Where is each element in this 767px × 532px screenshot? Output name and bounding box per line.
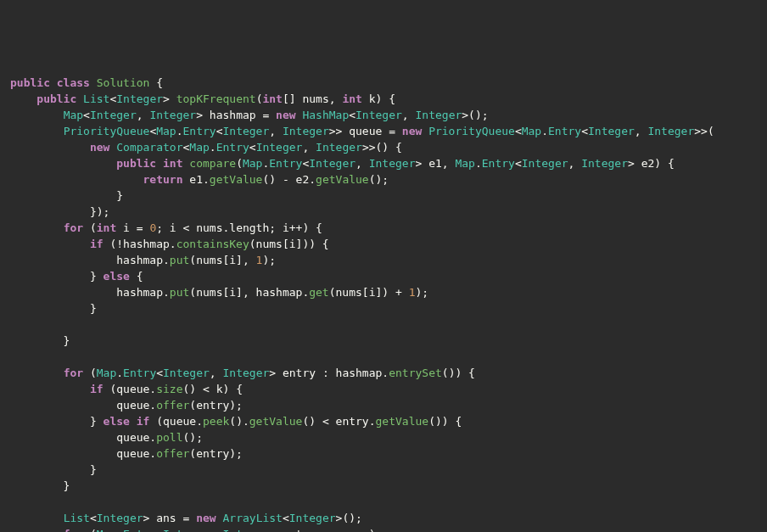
code-token: > hashmap = <box>196 109 276 121</box>
code-token: (queue. <box>149 415 203 428</box>
code-token: } <box>10 463 97 476</box>
code-token: Integer <box>581 157 628 170</box>
code-token: > entry : hashmap. <box>269 367 389 379</box>
code-token: i = <box>116 221 149 234</box>
code-token: (nums[i], <box>189 254 255 266</box>
code-token: > e2) { <box>628 157 675 170</box>
code-token: Map <box>97 528 116 532</box>
code-line: public List<Integer> topKFrequent(int[] … <box>10 91 757 107</box>
code-line: if (!hashmap.containsKey(nums[i])) { <box>10 236 757 252</box>
code-token: } <box>10 270 104 283</box>
code-token: ); <box>262 254 276 266</box>
code-token: for <box>64 528 83 532</box>
code-token: (!hashmap. <box>104 238 176 250</box>
code-token: , <box>356 157 369 170</box>
code-token: List <box>64 512 90 524</box>
code-token: >(); <box>336 512 362 524</box>
code-token <box>10 157 116 170</box>
code-token: (nums[i])) { <box>249 238 329 250</box>
code-token: > ans = <box>143 512 197 524</box>
code-token: compare <box>189 157 236 170</box>
code-token: class <box>57 76 90 89</box>
code-token: , <box>210 367 223 379</box>
code-token: Map <box>189 141 209 154</box>
code-token: public <box>36 92 76 105</box>
code-token: offer <box>156 399 189 412</box>
code-line: new Comparator<Map.Entry<Integer, Intege… <box>10 139 757 155</box>
code-token: Integer <box>116 92 163 105</box>
code-token: PriorityQueue <box>428 125 515 137</box>
code-token: ; i < nums.length; i++) { <box>156 221 322 234</box>
code-token: k) { <box>362 92 395 105</box>
code-token: Integer <box>356 109 402 121</box>
code-line: if (queue.size() < k) { <box>10 381 757 397</box>
code-token: put <box>170 254 189 266</box>
code-token: put <box>170 286 189 299</box>
code-token: ( <box>83 367 97 379</box>
code-line: }); <box>10 204 757 220</box>
code-token: Integer <box>416 109 462 121</box>
code-line: PriorityQueue<Map.Entry<Integer, Integer… <box>10 123 757 139</box>
code-line: public class Solution { <box>10 75 757 91</box>
code-token: Integer <box>289 512 336 524</box>
code-token: . <box>176 125 183 137</box>
code-token: Integer <box>163 528 210 532</box>
code-token: >(); <box>462 109 488 121</box>
code-token: Map <box>522 125 541 137</box>
code-token: Integer <box>163 367 210 379</box>
code-line: } <box>10 478 757 494</box>
code-token: >>( <box>694 125 714 137</box>
code-token: . <box>116 367 123 379</box>
code-token: for <box>64 367 83 379</box>
code-line: for (int i = 0; i < nums.length; i++) { <box>10 220 757 236</box>
code-token: public <box>10 76 50 89</box>
code-token: e1. <box>183 173 210 186</box>
code-token: Integer <box>90 109 137 121</box>
code-token <box>10 109 64 121</box>
code-token: for <box>64 221 83 234</box>
code-token: poll <box>156 431 182 444</box>
code-token: > e1, <box>416 157 456 170</box>
code-token: new <box>276 109 295 121</box>
code-line <box>10 349 757 365</box>
code-token <box>130 415 137 428</box>
code-token: size <box>156 383 182 395</box>
code-token <box>10 141 90 154</box>
code-token: List <box>83 92 109 105</box>
code-token <box>90 76 97 89</box>
code-token: < <box>83 109 90 121</box>
code-token <box>216 512 223 524</box>
code-token: , <box>210 528 223 532</box>
code-token: < <box>515 125 522 137</box>
code-token: . <box>541 125 548 137</box>
code-token <box>10 92 36 105</box>
code-token: > <box>163 92 176 105</box>
code-token: >>() { <box>362 141 402 154</box>
code-token: < <box>283 512 289 524</box>
code-token: > entry : queue) <box>269 528 375 532</box>
code-token: entrySet <box>389 367 442 379</box>
code-token: Integer <box>588 125 635 137</box>
code-line: List<Integer> ans = new ArrayList<Intege… <box>10 510 757 526</box>
code-token: < <box>156 528 163 532</box>
code-line <box>10 316 757 333</box>
code-token: ( <box>236 157 243 170</box>
code-token: queue. <box>10 447 156 460</box>
code-line: hashmap.put(nums[i], hashmap.get(nums[i]… <box>10 284 757 300</box>
code-token: (). <box>229 415 249 428</box>
code-token: if <box>137 415 150 428</box>
code-token: < <box>156 367 163 379</box>
code-token: Integer <box>522 157 568 170</box>
code-token: getValue <box>376 415 429 428</box>
code-token <box>10 367 64 379</box>
code-token: int <box>163 157 182 170</box>
code-line: } <box>10 333 757 349</box>
code-token: Integer <box>97 512 143 524</box>
code-token: topKFrequent <box>176 92 256 105</box>
code-token: queue. <box>10 431 156 444</box>
code-token <box>10 238 90 250</box>
code-token: { <box>149 76 163 89</box>
code-token: hashmap. <box>10 254 170 266</box>
code-line: Map<Integer, Integer> hashmap = new Hash… <box>10 107 757 123</box>
code-token: } <box>10 334 70 347</box>
